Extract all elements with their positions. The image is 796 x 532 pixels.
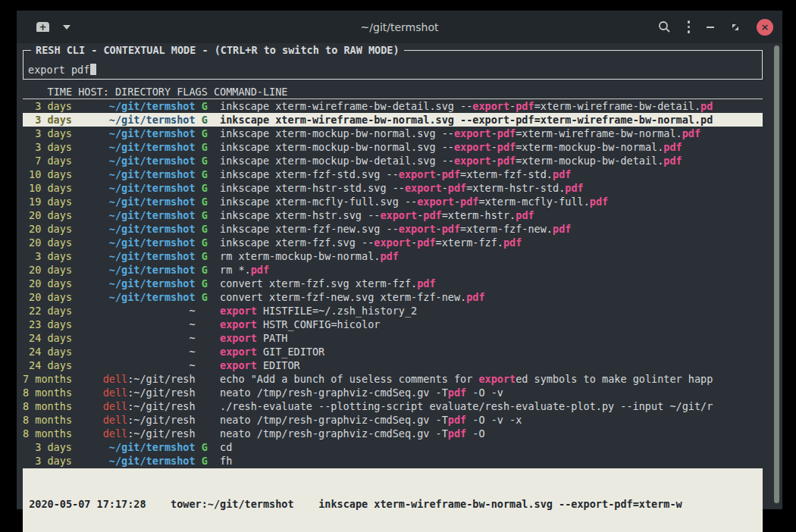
row-command: fh [208,455,233,467]
history-row[interactable]: 3 days~/git/termshotGfh [23,454,763,468]
row-flags: G [196,154,208,167]
history-row[interactable]: 20 days~/git/termshotGconvert xterm-fzf-… [23,290,763,304]
row-command-part: HISTFILE=~/.zsh_history_2 [257,305,417,317]
search-panel-title: RESH CLI - CONTEXTUAL MODE - (CTRL+R to … [31,44,404,56]
history-row[interactable]: 10 days~/git/termshotGinkscape xterm-fzf… [23,167,763,181]
row-location-part: ~/git/termshot [109,441,196,453]
history-row-selected[interactable]: 3 days~/git/termshotGinkscape xterm-wire… [23,113,763,127]
row-command-part: rm *. [220,264,251,276]
minimize-button[interactable] [707,27,714,28]
search-input[interactable]: export pdf [28,64,96,76]
row-command-part: =xterm-fzf. [436,236,503,249]
new-tab-button[interactable]: + [26,22,49,32]
row-location: ~/git/termshot [72,440,196,454]
row-command-part: inkscape xterm-hstr.svg -- [220,209,380,221]
menu-button[interactable] [688,20,691,33]
row-command-part: - [509,114,516,126]
row-command-match: pdf [466,291,484,303]
close-button[interactable]: × [757,19,773,36]
row-command-match: pdf [448,386,466,399]
history-row[interactable]: 24 days~export PATH [23,331,763,345]
history-row[interactable]: 3 days~/git/termshotGrm xterm-mockup-bw-… [23,249,763,263]
row-command-part: neato /tmp/resh-graphviz-cmdSeq.gv -T [220,414,448,426]
row-location: ~/git/termshot [72,454,196,468]
row-location-part: dell [103,414,128,426]
row-command-part: inkscape xterm-mockup-bw-detail.svg -- [220,155,454,167]
row-command-part: =xterm-wireframe-bw-normal. [516,127,682,139]
history-row[interactable]: 8 monthsdell:~/git/resh./resh-evaluate -… [23,399,763,413]
scrollbar-thumb[interactable] [774,45,779,503]
detail-line-1: 2020-05-07 17:17:28 tower:~/git/termshot… [23,497,763,512]
row-location: ~ [72,331,196,345]
history-row[interactable]: 19 days~/git/termshotGinkscape xterm-mcf… [23,195,763,208]
row-command-match: export [472,100,509,112]
row-command-match: export [454,155,491,167]
row-command-part: -O -v -x [466,414,522,426]
row-command-part: =xterm-wireframe-bw-detail. [534,100,700,112]
history-row[interactable]: 7 monthsdell:~/git/reshecho "Add a bunch… [23,372,763,386]
row-command: inkscape xterm-hstr.svg --export-pdf=xte… [208,209,534,221]
history-row[interactable]: 20 days~/git/termshotGinkscape xterm-hst… [23,208,763,222]
row-command: convert xterm-fzf.svg xterm-fzf.pdf [208,277,436,289]
row-command: convert xterm-fzf-new.svg xterm-fzf-new.… [208,291,485,303]
row-command-part: ./resh-evaluate --plotting-script evalua… [220,400,713,412]
history-row[interactable]: 22 days~export HISTFILE=~/.zsh_history_2 [23,304,763,318]
row-command-match: export [399,168,436,180]
row-location-part: dell [103,386,128,399]
row-location-part: ~/git/termshot [109,114,196,126]
row-command-match: export [472,114,509,126]
history-row[interactable]: 20 days~/git/termshotGconvert xterm-fzf.… [23,277,763,290]
row-command-part: convert xterm-fzf-new.svg xterm-fzf-new. [220,291,466,303]
row-time: 8 months [23,427,72,440]
row-location-part: ~ [189,305,195,317]
row-time: 20 days [23,222,72,236]
history-row[interactable]: 3 days~/git/termshotGinkscape xterm-mock… [23,140,763,154]
history-row[interactable]: 8 monthsdell:~/git/reshneato /tmp/resh-g… [23,386,763,399]
row-location-part: dell [103,427,128,440]
row-command-part: inkscape xterm-mockup-bw-normal.svg -- [220,141,454,153]
row-location: dell:~/git/resh [72,386,196,399]
row-flags: G [196,249,208,263]
search-icon [658,20,671,33]
history-row[interactable]: 3 days~/git/termshotGinkscape xterm-wire… [23,99,763,113]
row-command-part: rm xterm-mockup-bw-normal. [220,250,380,262]
row-time: 7 months [23,372,72,386]
row-location-part: dell [103,373,128,385]
history-row[interactable]: 8 monthsdell:~/git/reshneato /tmp/resh-g… [23,413,763,427]
table-header: TIME HOST: DIRECTORY FLAGS COMMAND-LINE [23,86,763,99]
row-command-match: pdf [448,427,466,440]
row-command-match: pdf [663,155,682,167]
text-cursor-block [90,64,96,75]
row-command-part: ed symbols to make golinter happ [516,373,713,385]
history-row[interactable]: 23 days~export HSTR_CONFIG=hicolor [23,318,763,331]
row-location-part: :~/git/resh [127,414,195,426]
row-time: 19 days [23,195,72,208]
row-location: ~/git/termshot [72,127,196,140]
row-time: 3 days [23,249,72,263]
history-row[interactable]: 24 days~export EDITOR [23,358,763,372]
history-row[interactable]: 24 days~export GIT_EDITOR [23,345,763,358]
history-row[interactable]: 3 days~/git/termshotGcd [23,440,763,454]
row-command-match: export [380,209,417,221]
history-row[interactable]: 8 monthsdell:~/git/reshneato /tmp/resh-g… [23,427,763,440]
row-command-match: pdf [682,127,700,139]
history-row[interactable]: 3 days~/git/termshotGinkscape xterm-mock… [23,127,763,140]
history-row[interactable]: 20 days~/git/termshotGinkscape xterm-fzf… [23,222,763,236]
row-command-part: EDITOR [257,359,300,371]
row-command-part: inkscape xterm-fzf-new.svg -- [220,223,399,235]
history-row[interactable]: 7 days~/git/termshotGinkscape xterm-mock… [23,154,763,167]
row-time: 20 days [23,208,72,222]
row-flags: G [196,99,208,113]
search-button[interactable] [658,20,671,33]
restore-button[interactable] [731,23,740,32]
history-row[interactable]: 10 days~/git/termshotGinkscape xterm-hst… [23,181,763,195]
row-location: ~/git/termshot [72,277,196,290]
history-row[interactable]: 20 days~/git/termshotGinkscape xterm-fzf… [23,236,763,249]
row-command-match: pdf [590,196,608,208]
tab-dropdown-button[interactable] [49,25,71,30]
row-flags: G [196,236,208,249]
row-command-part: =xterm-mockup-bw-normal. [516,141,663,153]
row-command-match: export [454,141,491,153]
row-command: inkscape xterm-fzf.svg --export-pdf=xter… [208,236,522,249]
history-row[interactable]: 20 days~/git/termshotGrm *.pdf [23,263,763,277]
